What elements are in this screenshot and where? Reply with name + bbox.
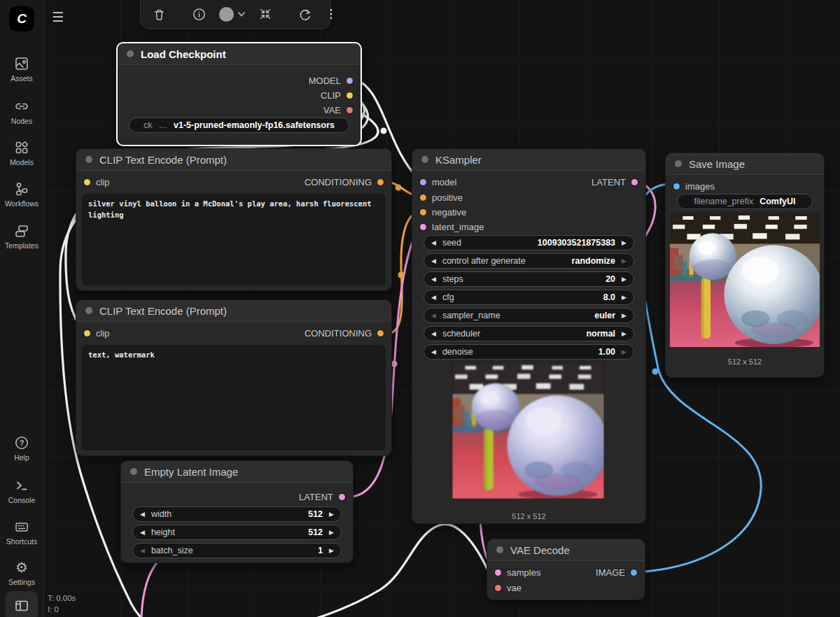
output-dot-conditioning[interactable] — [377, 330, 384, 336]
node-clip-text-encode-positive[interactable]: CLIP Text Encode (Prompt) clip CONDITION… — [76, 148, 392, 291]
increment-arrow-icon[interactable]: ▶ — [622, 349, 626, 355]
collapse-dot[interactable] — [85, 307, 92, 314]
sidebar-item-settings[interactable]: ⚙ Settings — [0, 560, 43, 586]
collapse-dot[interactable] — [421, 156, 428, 163]
widget-name: control after generate — [442, 256, 526, 266]
input-dot-clip[interactable] — [84, 179, 90, 185]
sidebar-item-workflows[interactable]: Workflows — [0, 181, 43, 208]
node-load-checkpoint[interactable]: Load Checkpoint MODEL CLIP VAE ck … v1-5… — [116, 42, 362, 146]
prompt-textarea[interactable]: silver vinyl balloon in a McDonal's play… — [82, 194, 386, 285]
node-header[interactable]: VAE Decode — [487, 539, 645, 561]
prompt-textarea[interactable]: text, watermark — [82, 345, 386, 451]
widget-denoise[interactable]: ◀ denoise 1.00 ▶ — [424, 344, 634, 360]
chevron-down-icon[interactable] — [237, 10, 246, 18]
sidebar-item-label: Help — [14, 453, 29, 462]
output-dot-latent[interactable] — [339, 494, 345, 500]
input-dot-latent-image[interactable] — [420, 224, 426, 230]
increment-arrow-icon[interactable]: ▶ — [329, 530, 334, 536]
input-dot-samples[interactable] — [495, 569, 501, 576]
decrement-arrow-icon[interactable]: ◀ — [431, 295, 436, 301]
sidebar-item-assets[interactable]: Assets — [0, 56, 43, 83]
increment-arrow-icon[interactable]: ▶ — [622, 313, 626, 319]
widget-height[interactable]: ◀ height 512 ▶ — [132, 525, 342, 540]
sidebar: C Assets Nodes Models — [0, 0, 44, 617]
node-ksampler[interactable]: KSampler model LATENT positive negative … — [412, 148, 646, 524]
input-dot-model[interactable] — [420, 179, 426, 185]
decrement-arrow-icon[interactable]: ◀ — [140, 530, 145, 536]
decrement-arrow-icon[interactable]: ◀ — [140, 511, 145, 518]
sidebar-item-templates[interactable]: Templates — [0, 223, 43, 250]
increment-arrow-icon[interactable]: ▶ — [329, 511, 334, 518]
decrement-arrow-icon[interactable]: ◀ — [431, 349, 436, 355]
output-dot-clip[interactable] — [346, 92, 353, 99]
widget-control-after-generate[interactable]: ◀ control after generate randomize ▶ — [424, 253, 634, 269]
node-save-image[interactable]: Save Image images filename_prefix ComfyU… — [665, 153, 825, 378]
node-header[interactable]: Empty Latent Image — [121, 461, 353, 483]
output-dot-model[interactable] — [346, 78, 353, 84]
input-dot-vae[interactable] — [495, 585, 501, 591]
collapse-dot[interactable] — [496, 546, 503, 553]
collapse-fit-icon[interactable] — [258, 7, 272, 21]
node-color-picker[interactable] — [219, 7, 246, 22]
widget-sampler-name[interactable]: ◀ sampler_name euler ▶ — [424, 308, 634, 323]
node-header[interactable]: KSampler — [412, 149, 645, 171]
input-dot-negative[interactable] — [420, 209, 426, 215]
sidebar-item-nodes[interactable]: Nodes — [0, 99, 43, 125]
node-color-swatch[interactable] — [219, 7, 234, 22]
increment-arrow-icon[interactable]: ▶ — [622, 258, 626, 264]
node-header[interactable]: Load Checkpoint — [118, 43, 360, 65]
decrement-arrow-icon[interactable]: ◀ — [431, 258, 436, 264]
node-graph-canvas[interactable]: Load Checkpoint MODEL CLIP VAE ck … v1-5… — [0, 0, 840, 617]
panel-toggle-button[interactable] — [6, 591, 38, 617]
collapse-dot[interactable] — [85, 156, 92, 163]
widget-width[interactable]: ◀ width 512 ▶ — [132, 506, 342, 522]
widget-cfg[interactable]: ◀ cfg 8.0 ▶ — [424, 290, 634, 305]
input-dot-positive[interactable] — [420, 194, 426, 201]
decrement-arrow-icon[interactable]: ◀ — [431, 313, 436, 319]
increment-arrow-icon[interactable]: ▶ — [622, 240, 626, 246]
input-dot-clip[interactable] — [84, 330, 90, 336]
input-dot-images[interactable] — [673, 183, 680, 190]
node-header[interactable]: Save Image — [666, 153, 824, 175]
filename-prefix-widget[interactable]: filename_prefix ComfyUI — [677, 194, 813, 209]
output-dot-latent[interactable] — [631, 179, 638, 185]
widget-scheduler[interactable]: ◀ scheduler normal ▶ — [424, 326, 634, 341]
decrement-arrow-icon[interactable]: ◀ — [431, 276, 436, 283]
decrement-arrow-icon[interactable]: ◀ — [431, 240, 436, 246]
node-header[interactable]: CLIP Text Encode (Prompt) — [76, 300, 391, 322]
output-dot-vae[interactable] — [346, 107, 353, 113]
decrement-arrow-icon[interactable]: ◀ — [431, 331, 436, 337]
collapse-dot[interactable] — [127, 50, 134, 57]
sidebar-item-models[interactable]: Models — [0, 140, 43, 166]
output-dot-conditioning[interactable] — [377, 179, 384, 185]
node-vae-decode[interactable]: VAE Decode samples IMAGE vae — [486, 539, 645, 600]
node-clip-text-encode-negative[interactable]: CLIP Text Encode (Prompt) clip CONDITION… — [76, 299, 392, 456]
comfyui-logo[interactable]: C — [9, 6, 34, 31]
widget-seed[interactable]: ◀ seed 1009303521875383 ▶ — [424, 235, 634, 250]
hamburger-menu-icon[interactable]: ☰ — [52, 9, 64, 25]
sidebar-item-label: Console — [8, 496, 36, 504]
trash-icon[interactable] — [152, 7, 167, 22]
collapse-dot[interactable] — [675, 160, 682, 167]
increment-arrow-icon[interactable]: ▶ — [622, 295, 626, 301]
collapse-dot[interactable] — [130, 468, 137, 475]
node-header[interactable]: CLIP Text Encode (Prompt) — [76, 149, 391, 171]
redo-icon[interactable] — [298, 7, 312, 22]
widget-steps[interactable]: ◀ steps 20 ▶ — [424, 271, 634, 287]
increment-arrow-icon[interactable]: ▶ — [622, 276, 626, 283]
info-icon[interactable] — [192, 7, 206, 22]
sidebar-item-shortcuts[interactable]: Shortcuts — [0, 519, 43, 546]
node-empty-latent-image[interactable]: Empty Latent Image LATENT ◀ width 512 ▶ … — [120, 460, 354, 563]
slot-label: negative — [432, 207, 466, 218]
slot-label: LATENT — [299, 492, 333, 502]
decrement-arrow-icon[interactable]: ◀ — [140, 548, 145, 554]
increment-arrow-icon[interactable]: ▶ — [622, 331, 626, 337]
sidebar-item-console[interactable]: Console — [0, 478, 43, 504]
kebab-menu-icon[interactable] — [325, 7, 337, 21]
widget-batch-size[interactable]: ◀ batch_size 1 ▶ — [132, 543, 342, 558]
ckpt-name-combo[interactable]: ck … v1-5-pruned-emaonly-fp16.safetensor… — [129, 118, 349, 133]
increment-arrow-icon[interactable]: ▶ — [329, 548, 334, 554]
output-dot-image[interactable] — [631, 569, 637, 576]
output-slot-clip: CLIP — [118, 88, 360, 102]
sidebar-item-help[interactable]: ? Help — [0, 435, 43, 462]
